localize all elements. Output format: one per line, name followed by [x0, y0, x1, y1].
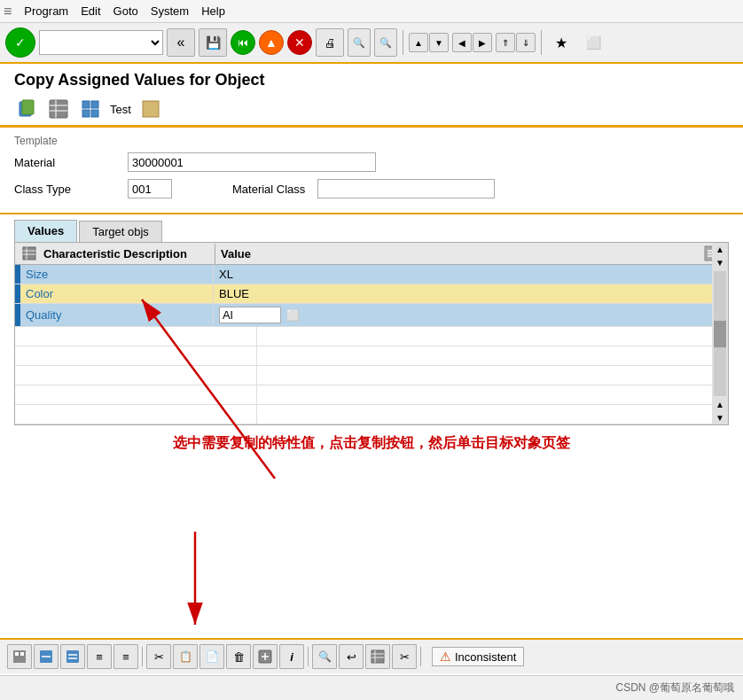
confirm-button[interactable]: ✓ [5, 27, 35, 58]
menu-program[interactable]: Program [24, 4, 68, 18]
warning-icon: ⚠ [440, 649, 451, 664]
bottom-toolbar: ≡ ≡ ✂ 📋 📄 🗑 i 🔍 ↩ ✂ ⚠ Inconsistent [0, 638, 743, 673]
nav-up-button[interactable]: ▲ [259, 30, 284, 55]
nav-first-button[interactable]: ◀ [452, 33, 472, 52]
cancel-button[interactable]: ✕ [287, 30, 312, 55]
scroll-track[interactable] [714, 271, 726, 396]
bottom-info[interactable]: i [279, 644, 304, 669]
bottom-search[interactable]: 🔍 [312, 644, 337, 669]
form-area: Template Material Class Type Material Cl… [0, 128, 743, 214]
svg-rect-10 [143, 101, 159, 117]
bottom-align-left[interactable]: ≡ [87, 644, 112, 669]
material-input[interactable] [128, 152, 376, 172]
table-scrollbar[interactable]: ▲ ▼ ▲ ▼ [712, 243, 728, 424]
col-char-header: Characteristic Description [38, 244, 215, 264]
bottom-export[interactable]: ✂ [392, 644, 417, 669]
main-toolbar: ✓ « 💾 ⏮ ▲ ✕ 🖨 🔍 🔍 ▲ ▼ ◀ ▶ ⇑ ⇓ ★ ⬜ [0, 23, 743, 64]
table-icon-button[interactable] [46, 97, 71, 121]
class-type-label: Class Type [14, 183, 121, 196]
bottom-align-right[interactable]: ≡ [113, 644, 138, 669]
scroll-bottom-down[interactable]: ▼ [714, 411, 726, 424]
bottom-undo[interactable]: ↩ [339, 644, 364, 669]
menu-edit[interactable]: Edit [81, 4, 100, 18]
nav-last-button[interactable]: ▶ [473, 33, 492, 52]
empty-row [15, 385, 728, 405]
table-row[interactable]: Size XL [15, 265, 728, 284]
square-icon-button[interactable] [138, 97, 163, 121]
bottom-copy[interactable]: 📋 [173, 644, 198, 669]
table-row[interactable]: Quality ⬜ [15, 304, 728, 327]
char-cell: Size [20, 265, 214, 284]
table2-icon-button[interactable] [78, 97, 103, 121]
layout-button[interactable]: ⬜ [579, 28, 607, 57]
svg-rect-11 [23, 247, 35, 260]
bottom-delete[interactable]: 🗑 [226, 644, 251, 669]
val-cell-editing[interactable]: ⬜ [214, 304, 728, 326]
find-button[interactable]: 🔍 [348, 28, 371, 57]
print-button[interactable]: 🖨 [316, 28, 344, 57]
tab-values[interactable]: Values [14, 220, 77, 242]
material-class-label: Material Class [232, 183, 305, 196]
scroll-thumb [714, 321, 726, 347]
tab-target-objs[interactable]: Target objs [79, 221, 162, 242]
menu-help[interactable]: Help [201, 4, 225, 18]
toolbar-sep-2 [541, 30, 542, 55]
menu-goto[interactable]: Goto [113, 4, 138, 18]
copy-icon-button[interactable] [14, 97, 39, 121]
scroll-down-arrow[interactable]: ▼ [714, 256, 726, 269]
menu-icon: ≡ [4, 4, 12, 19]
scroll-bottom-up[interactable]: ▲ [714, 398, 726, 411]
favorites-button[interactable]: ★ [547, 28, 575, 57]
bottom-btn-3[interactable] [60, 644, 85, 669]
col-val-header: Value [215, 244, 696, 264]
form-section-label: Template [14, 135, 729, 147]
val-input[interactable] [219, 307, 281, 323]
test-label: Test [110, 103, 131, 116]
bottom-sep-3 [420, 647, 421, 666]
class-type-row: Class Type Material Class [14, 179, 729, 198]
page-up-button[interactable]: ⇑ [496, 33, 515, 52]
svg-rect-9 [91, 110, 98, 117]
bottom-cut[interactable]: ✂ [146, 644, 171, 669]
bottom-paste[interactable]: 📄 [199, 644, 224, 669]
empty-row [15, 366, 728, 385]
find-next-button[interactable]: 🔍 [374, 28, 397, 57]
table-header: Characteristic Description Value [15, 243, 728, 265]
command-select[interactable] [39, 30, 163, 55]
empty-row [15, 405, 728, 424]
annotation-text: 选中需要复制的特性值，点击复制按钮，然后单击目标对象页签 [0, 425, 743, 462]
scroll-up-arrow[interactable]: ▲ [714, 243, 726, 256]
bottom-select[interactable] [253, 644, 278, 669]
page-down-button[interactable]: ⇓ [516, 33, 536, 52]
scroll-down-button[interactable]: ▼ [429, 33, 449, 52]
scroll-up-button[interactable]: ▲ [409, 33, 428, 52]
svg-rect-34 [372, 650, 384, 663]
data-table: Characteristic Description Value Size XL… [14, 242, 729, 425]
inconsistent-label: Inconsistent [455, 650, 516, 664]
bottom-grid[interactable] [365, 644, 390, 669]
empty-row [15, 327, 728, 346]
bottom-btn-2[interactable] [34, 644, 59, 669]
val-cell: XL [214, 265, 728, 284]
save-button[interactable]: 💾 [199, 28, 227, 57]
second-toolbar: Test [0, 93, 743, 128]
val-cell: BLUE [214, 284, 728, 303]
page-title: Copy Assigned Values for Object [0, 64, 743, 93]
class-type-input[interactable] [128, 179, 172, 198]
char-cell: Quality [20, 306, 214, 324]
svg-rect-28 [66, 650, 79, 663]
material-label: Material [14, 156, 121, 169]
material-row: Material [14, 152, 729, 172]
svg-rect-24 [15, 652, 19, 656]
nav-prev-button[interactable]: ⏮ [231, 30, 255, 55]
inconsistent-button[interactable]: ⚠ Inconsistent [432, 647, 524, 666]
status-text: CSDN @葡萄原名葡萄哦 [615, 681, 734, 696]
table-row[interactable]: Color BLUE [15, 284, 728, 304]
menu-system[interactable]: System [151, 4, 189, 18]
bottom-sep-2 [308, 647, 309, 666]
svg-rect-25 [20, 652, 24, 656]
back-button[interactable]: « [167, 28, 195, 57]
material-class-input[interactable] [317, 179, 495, 198]
bottom-btn-1[interactable] [7, 644, 32, 669]
svg-rect-2 [50, 100, 67, 118]
